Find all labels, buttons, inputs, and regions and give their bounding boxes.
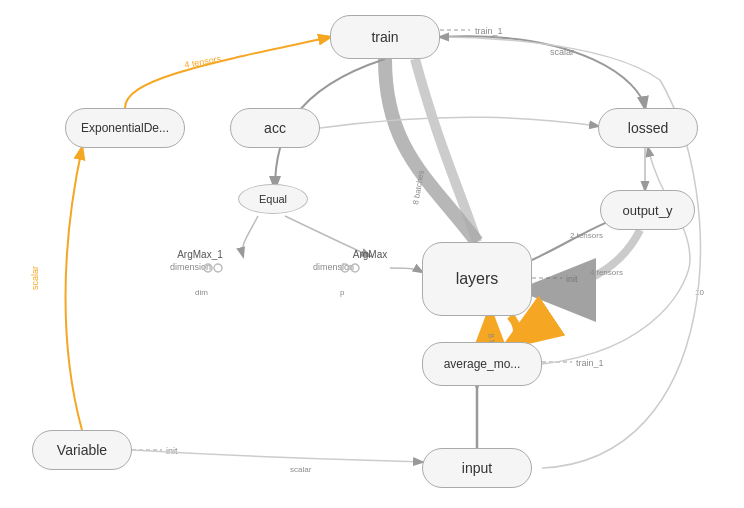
svg-text:scalar: scalar (30, 266, 40, 290)
svg-text:p: p (340, 288, 345, 297)
average-mo-node[interactable]: average_mo... (422, 342, 542, 386)
layers-node[interactable]: layers (422, 242, 532, 316)
svg-text:4 tensors: 4 tensors (184, 54, 223, 70)
train-node[interactable]: train (330, 15, 440, 59)
svg-text:2 tensors: 2 tensors (570, 231, 603, 240)
output-y-label: output_y (623, 203, 673, 218)
svg-text:train_1: train_1 (475, 26, 503, 36)
average-mo-label: average_mo... (444, 357, 521, 371)
lossed-label: lossed (628, 120, 668, 136)
exponential-label: ExponentialDe... (81, 121, 169, 135)
input-node[interactable]: input (422, 448, 532, 488)
exponential-node[interactable]: ExponentialDe... (65, 108, 185, 148)
acc-node[interactable]: acc (230, 108, 320, 148)
svg-text:ArgMax_1: ArgMax_1 (177, 249, 223, 260)
train-label: train (371, 29, 398, 45)
lossed-node[interactable]: lossed (598, 108, 698, 148)
layers-label: layers (456, 270, 499, 288)
svg-text:scalar: scalar (290, 465, 312, 474)
input-label: input (462, 460, 492, 476)
svg-text:4 tensors: 4 tensors (590, 268, 623, 277)
equal-label: Equal (259, 193, 287, 205)
graph-container: scalar train_1 4 tensors scalar dimensio… (0, 0, 744, 508)
variable-node[interactable]: Variable (32, 430, 132, 470)
svg-text:train_1: train_1 (576, 358, 604, 368)
acc-label: acc (264, 120, 286, 136)
output-y-node[interactable]: output_y (600, 190, 695, 230)
svg-text:init: init (166, 446, 178, 456)
equal-node[interactable]: Equal (238, 184, 308, 214)
variable-label: Variable (57, 442, 107, 458)
svg-text:ArgMax: ArgMax (353, 249, 387, 260)
svg-text:10: 10 (695, 288, 704, 297)
svg-point-7 (214, 264, 222, 272)
svg-text:dim: dim (195, 288, 208, 297)
